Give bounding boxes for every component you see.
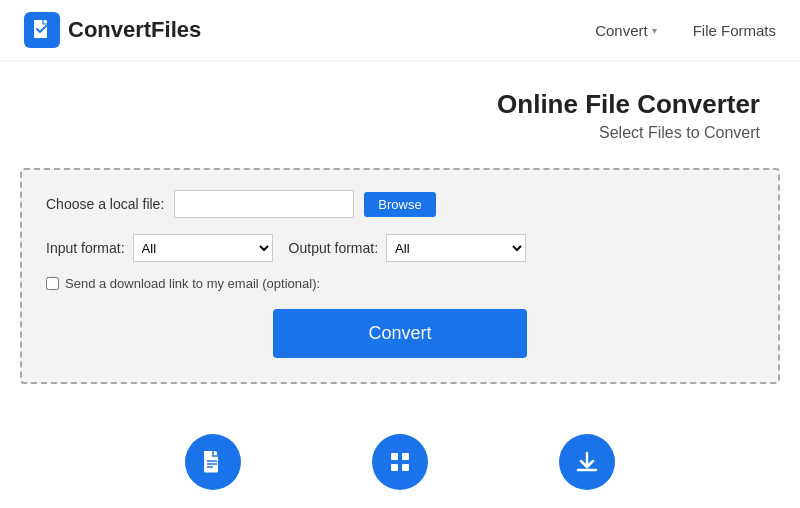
logo-icon (24, 12, 60, 48)
page-title: Online File Converter (40, 89, 760, 120)
svg-rect-5 (391, 453, 398, 460)
header: ConvertFiles Convert ▾ File Formats (0, 0, 800, 61)
logo-text: ConvertFiles (68, 17, 201, 43)
file-chooser-row: Choose a local file: Browse (46, 190, 754, 218)
converter-form: Choose a local file: Browse Input format… (20, 168, 780, 384)
hero-section: Online File Converter Select Files to Co… (0, 61, 800, 158)
svg-rect-8 (402, 464, 409, 471)
file-input[interactable] (174, 190, 354, 218)
nav-item-convert[interactable]: Convert ▾ (595, 22, 657, 39)
output-format-select[interactable]: All (386, 234, 526, 262)
format-row: Input format: All Output format: All (46, 234, 754, 262)
page-subtitle: Select Files to Convert (40, 124, 760, 142)
input-format-label: Input format: (46, 240, 125, 256)
svg-rect-7 (391, 464, 398, 471)
logo-area: ConvertFiles (24, 12, 201, 48)
output-format-label: Output format: (289, 240, 378, 256)
output-format-group: Output format: All (289, 234, 526, 262)
bottom-icons-section (0, 404, 800, 508)
grid-icon-button[interactable] (372, 434, 428, 490)
download-icon-button[interactable] (559, 434, 615, 490)
chevron-down-icon: ▾ (652, 25, 657, 36)
nav-item-file-formats[interactable]: File Formats (693, 22, 776, 39)
main-nav: Convert ▾ File Formats (595, 22, 776, 39)
browse-button[interactable]: Browse (364, 192, 435, 217)
svg-rect-6 (402, 453, 409, 460)
email-row: Send a download link to my email (option… (46, 276, 754, 291)
file-label: Choose a local file: (46, 196, 164, 212)
email-label: Send a download link to my email (option… (65, 276, 320, 291)
file-icon-button[interactable] (185, 434, 241, 490)
convert-button[interactable]: Convert (273, 309, 527, 358)
email-checkbox[interactable] (46, 277, 59, 290)
input-format-group: Input format: All (46, 234, 273, 262)
input-format-select[interactable]: All (133, 234, 273, 262)
